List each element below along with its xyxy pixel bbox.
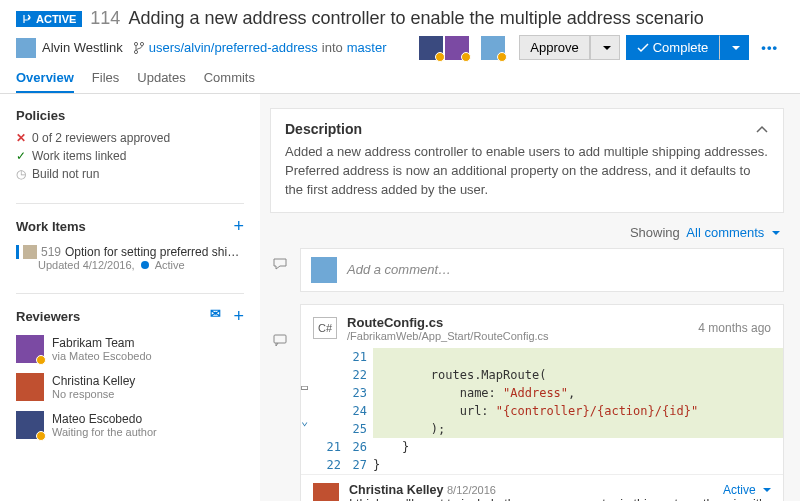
complete-button[interactable]: Complete <box>626 35 720 60</box>
code-line: } <box>373 456 783 474</box>
reviewer-status: via Mateo Escobedo <box>52 350 152 362</box>
tab-bar: Overview Files Updates Commits <box>0 64 800 94</box>
comment-status[interactable]: Active <box>723 483 771 497</box>
complete-dropdown[interactable] <box>719 35 749 60</box>
x-icon: ✕ <box>16 131 26 145</box>
comment-filter-dropdown[interactable]: All comments <box>686 225 780 240</box>
reviewers-heading: Reviewers <box>16 309 80 324</box>
reviewer-avatar[interactable] <box>419 36 443 60</box>
work-item-avatar <box>23 245 37 259</box>
policies-heading: Policies <box>16 108 244 123</box>
discussion-icon <box>272 256 288 272</box>
file-name[interactable]: RouteConfig.cs <box>347 315 688 330</box>
author-avatar <box>16 38 36 58</box>
chevron-down-icon <box>759 483 771 497</box>
reviewer-avatar <box>16 335 44 363</box>
chevron-up-icon <box>755 124 769 134</box>
tab-overview[interactable]: Overview <box>16 64 74 93</box>
reviewer-status: No response <box>52 388 135 400</box>
target-branch-link[interactable]: master <box>347 40 387 55</box>
svg-point-1 <box>140 42 143 45</box>
approve-button[interactable]: Approve <box>519 35 589 60</box>
tab-files[interactable]: Files <box>92 64 119 93</box>
reviewer-name: Mateo Escobedo <box>52 412 157 426</box>
comment-avatar <box>313 483 339 501</box>
state-dot <box>141 261 149 269</box>
chevron-down-icon <box>728 40 740 55</box>
status-badge: ACTIVE <box>16 11 82 27</box>
reviewer-avatar <box>16 411 44 439</box>
chevron-down-icon <box>599 40 611 55</box>
reviewer-status: Waiting for the author <box>52 426 157 438</box>
add-work-item-button[interactable]: + <box>233 216 244 237</box>
check-icon: ✓ <box>16 149 26 163</box>
comment-filter: Showing All comments <box>270 225 784 240</box>
code-line: name: "Address", <box>373 384 783 402</box>
comment-author: Christina Kelley <box>349 483 443 497</box>
svg-point-0 <box>134 42 137 45</box>
code-line <box>373 348 783 366</box>
more-actions[interactable]: ••• <box>755 36 784 59</box>
reviewer-avatar <box>16 373 44 401</box>
source-branch-link[interactable]: users/alvin/preferred-address <box>149 40 318 55</box>
reviewer-avatars <box>419 36 505 60</box>
code-review-card: C# RouteConfig.cs /FabrikamWeb/App_Start… <box>300 304 784 501</box>
comment-row: Active Christina Kelley 8/12/2016 I thin… <box>313 483 771 501</box>
work-item-type-bar <box>16 245 19 259</box>
work-item[interactable]: 519 Option for setting preferred shippin… <box>16 245 244 271</box>
reviewer-name: Christina Kelley <box>52 374 135 388</box>
pr-title: Adding a new address controller to enabl… <box>128 8 703 29</box>
collapse-button[interactable] <box>755 122 769 137</box>
reviewer-name: Fabrikam Team <box>52 336 152 350</box>
approve-dropdown[interactable] <box>590 35 620 60</box>
check-icon <box>637 42 649 54</box>
comment-text: I think you'll want to include the name … <box>349 497 771 501</box>
policy-item: ◷Build not run <box>16 167 244 181</box>
svg-rect-3 <box>274 335 286 343</box>
mail-icon[interactable]: ✉ <box>210 306 221 327</box>
comment-date: 8/12/2016 <box>447 484 496 496</box>
tab-commits[interactable]: Commits <box>204 64 255 93</box>
code-line: routes.MapRoute( <box>373 366 783 384</box>
work-items-heading: Work Items <box>16 219 86 234</box>
comment-icon <box>272 332 288 348</box>
collapse-icon[interactable]: ⌄ <box>301 414 321 428</box>
branch-info: users/alvin/preferred-address into maste… <box>133 40 387 55</box>
code-line: url: "{controller}/{action}/{id}" <box>373 402 783 420</box>
branch-icon <box>133 41 145 55</box>
reviewer-row[interactable]: Fabrikam Teamvia Mateo Escobedo <box>16 335 244 363</box>
clock-icon: ◷ <box>16 167 26 181</box>
policy-item: ✕0 of 2 reviewers approved <box>16 131 244 145</box>
merge-icon <box>22 14 32 24</box>
description-heading: Description <box>285 121 362 137</box>
reviewer-row[interactable]: Christina KelleyNo response <box>16 373 244 401</box>
file-language-badge: C# <box>313 317 337 339</box>
policy-item: ✓Work items linked <box>16 149 244 163</box>
reviewer-row[interactable]: Mateo EscobedoWaiting for the author <box>16 411 244 439</box>
reviewer-avatar[interactable] <box>481 36 505 60</box>
add-reviewer-button[interactable]: + <box>233 306 244 327</box>
description-card: Description Added a new address controll… <box>270 108 784 213</box>
add-comment-input[interactable]: Add a comment… <box>300 248 784 292</box>
file-age: 4 months ago <box>698 321 771 335</box>
chevron-down-icon <box>768 225 780 240</box>
file-path: /FabrikamWeb/App_Start/RouteConfig.cs <box>347 330 688 342</box>
reviewer-avatar[interactable] <box>445 36 469 60</box>
pr-id: 114 <box>90 8 120 29</box>
code-line: } <box>373 438 783 456</box>
comment-marker-icon[interactable]: ▭ <box>301 380 321 394</box>
author-chip[interactable]: Alvin Westlink <box>16 38 123 58</box>
code-line: ); <box>373 420 783 438</box>
current-user-avatar <box>311 257 337 283</box>
tab-updates[interactable]: Updates <box>137 64 185 93</box>
description-body: Added a new address controller to enable… <box>285 143 769 200</box>
